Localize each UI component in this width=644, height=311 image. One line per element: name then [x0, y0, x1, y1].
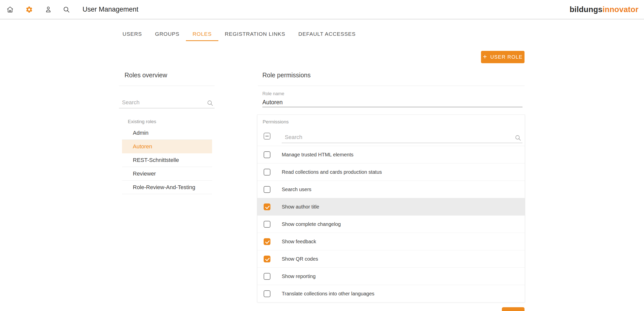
page: User Management bildungsinnovator USERSG… [0, 0, 644, 311]
tab-bar: USERSGROUPSROLESREGISTRATION LINKSDEFAUL… [116, 27, 362, 41]
roles-search-magnifier-icon [207, 99, 214, 107]
role-name-input[interactable] [262, 98, 522, 107]
permission-row[interactable]: Search users [257, 181, 525, 198]
tab-registration-links[interactable]: REGISTRATION LINKS [218, 27, 292, 41]
permission-checkbox[interactable] [264, 256, 270, 262]
existing-roles-label: Existing roles [128, 119, 156, 124]
permissions-search-input[interactable] [282, 132, 522, 143]
permission-checkbox[interactable] [264, 290, 270, 297]
save-button-partial[interactable] [502, 307, 525, 311]
select-all-checkbox[interactable] [264, 133, 270, 140]
role-item-rest-schnittstelle[interactable]: REST-Schnittstelle [122, 153, 212, 167]
user-profile-icon[interactable] [45, 6, 52, 13]
permissions-label: Permissions [263, 119, 530, 125]
tab-groups[interactable]: GROUPS [148, 27, 186, 41]
role-item-reviewer[interactable]: Reviewer [122, 167, 212, 181]
add-user-role-label: USER ROLE [490, 54, 522, 60]
add-user-role-button[interactable]: + USER ROLE [481, 51, 525, 63]
role-item-admin[interactable]: Admin [122, 126, 212, 140]
permission-checkbox[interactable] [264, 186, 270, 193]
permission-checkbox[interactable] [264, 238, 270, 245]
role-permissions-title-divider [258, 86, 525, 86]
permission-checkbox[interactable] [264, 169, 270, 176]
permission-row[interactable]: Show author title [257, 198, 525, 216]
roles-list: AdminAutorenREST-SchnittstelleReviewerRo… [122, 126, 212, 194]
search-icon[interactable] [63, 6, 70, 13]
permission-label: Show complete changelog [282, 221, 341, 227]
permission-checkbox[interactable] [264, 151, 270, 158]
logo-text-accent: innovator [602, 5, 638, 14]
permission-label: Manage trusted HTML elements [282, 152, 353, 158]
permission-row[interactable]: Show feedback [257, 233, 525, 250]
checkmark-icon [265, 239, 270, 244]
roles-overview-title: Roles overview [125, 72, 167, 79]
permission-label: Show QR codes [282, 256, 318, 262]
permissions-list: Manage trusted HTML elementsRead collect… [257, 146, 525, 302]
roles-title-divider [119, 86, 215, 86]
permission-checkbox[interactable] [264, 273, 270, 280]
checkmark-icon [265, 256, 270, 261]
permission-label: Show author title [282, 204, 319, 210]
logo-text-dark: bildungs [570, 5, 602, 14]
role-item-role-review-and-testing[interactable]: Role-Review-And-Testing [122, 181, 212, 194]
top-bar: User Management bildungsinnovator [0, 0, 644, 19]
roles-search-field [119, 97, 215, 108]
permission-row[interactable]: Show reporting [257, 268, 525, 285]
permission-label: Show feedback [282, 239, 316, 245]
page-title: User Management [83, 0, 138, 19]
permission-row[interactable]: Read collections and cards production st… [257, 163, 525, 181]
home-icon[interactable] [6, 6, 14, 13]
permission-checkbox[interactable] [264, 203, 270, 210]
permission-row[interactable]: Translate collections into other languag… [257, 285, 525, 302]
tab-users[interactable]: USERS [116, 27, 148, 41]
permissions-search-magnifier-icon [514, 134, 521, 141]
permission-label: Translate collections into other languag… [282, 291, 374, 297]
permission-row[interactable]: Show QR codes [257, 250, 525, 268]
role-item-autoren[interactable]: Autoren [122, 140, 212, 153]
permission-label: Search users [282, 187, 311, 192]
permissions-search-field [282, 132, 522, 143]
brand-logo: bildungsinnovator [570, 0, 638, 19]
plus-icon: + [483, 53, 487, 61]
permission-label: Show reporting [282, 273, 316, 279]
tab-roles[interactable]: ROLES [186, 27, 218, 41]
permission-row[interactable]: Manage trusted HTML elements [257, 146, 525, 163]
checkmark-icon [265, 204, 270, 209]
permission-checkbox[interactable] [264, 221, 270, 228]
settings-gear-icon[interactable] [25, 6, 33, 13]
role-permissions-title: Role permissions [262, 72, 311, 79]
roles-search-input[interactable] [119, 97, 215, 108]
role-name-label: Role name [262, 91, 284, 96]
permission-label: Read collections and cards production st… [282, 169, 382, 175]
tab-default-accesses[interactable]: DEFAULT ACCESSES [292, 27, 362, 41]
permission-row[interactable]: Show complete changelog [257, 216, 525, 233]
